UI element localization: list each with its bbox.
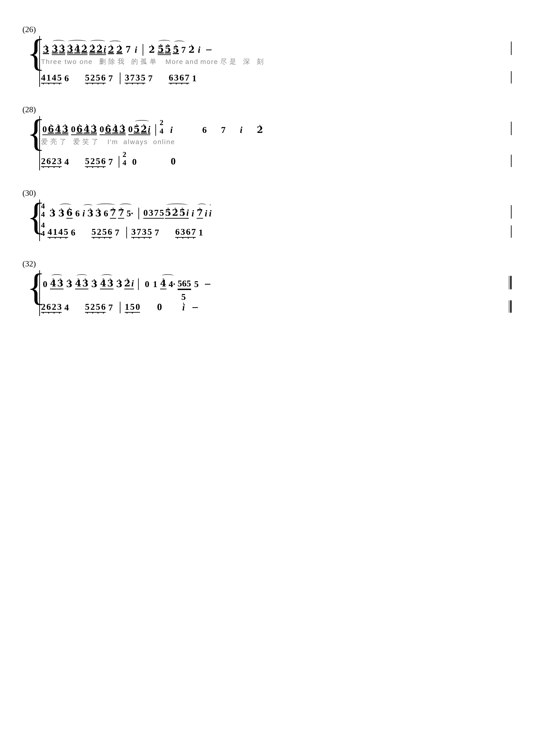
stacked-5i: 5 i — [181, 292, 186, 313]
b30-ug4: 6 3 6 7 — [175, 227, 196, 238]
arc-36: 3̇ 6̇ — [58, 207, 73, 219]
section-label-30: (30) — [22, 188, 512, 198]
arc-55: 5̇ 5̇ — [158, 43, 171, 55]
top-staff-30: 4 4 3̇ 3̇ 6̇ 6 i 3̇ 3̇ — [39, 200, 512, 220]
ts-24-bot: 2 4 — [122, 150, 126, 167]
arc-43c: 4̇ 3̇ — [100, 278, 114, 289]
t30-ug5: 0 3 7 5 — [143, 207, 164, 219]
arc-221: 2̇ 2̇ i — [89, 43, 106, 55]
right-barline-bot-26 — [511, 71, 512, 84]
b30-ug2: 5 2 5 6 — [91, 227, 112, 238]
lyrics-28: 爱 亮 了 爱 笑 了 I'm always online — [39, 136, 512, 147]
b30-ug3: 3 7 3 5 — [131, 227, 152, 238]
t28-ug4: 0 5̇ 2̇ i — [128, 124, 150, 135]
section-28: (28) { 0 6̇ 4̇ 3̇ 0 6̇ 4̇ 3̇ 0 6̇ 4̇ 3̇ — [22, 105, 512, 170]
t28-ug2: 0 6̇ 4̇ 3̇ — [71, 124, 97, 135]
b32-ug2: 5 2 5 6 — [85, 302, 106, 313]
arc-525i: 5̇ 2̇ 5̇ i — [165, 207, 189, 219]
bot-staff-30: 4 4 4 1 4 5 6 5 2 5 6 7 | 3 7 3 — [39, 220, 512, 241]
arc-22b: 2̇ 2̇ — [108, 44, 123, 55]
top-staff-28: 0 6̇ 4̇ 3̇ 0 6̇ 4̇ 3̇ 0 6̇ 4̇ 3̇ — [39, 116, 512, 136]
arc-43b: 4̇ 3̇ — [75, 278, 89, 289]
arc-4dot: 4̇ 4· — [160, 278, 175, 289]
b32-ug3: 1 5 0 — [125, 302, 140, 313]
t28-arc1: 0 5̇ 2̇ i — [128, 124, 150, 135]
bot-staff-32: 2 6 2 3 4 5 2 5 6 7 | 1 5 0 0 — [39, 290, 512, 316]
barline-bot-30: | — [125, 225, 128, 238]
barline-30: | — [138, 206, 140, 219]
bot-ug2: 5 2 5 6 — [85, 72, 106, 84]
rest-32: – — [205, 277, 210, 289]
barline-28: | — [154, 122, 157, 135]
arc-77: 7̇ 5· — [118, 207, 133, 219]
section-26: (26) { 3̇ 3̇ 3̇ 3̇ 4̇ 2̇ — [22, 25, 512, 87]
arc-57: 5̇ 7 — [173, 44, 186, 55]
b32-ug1: 2 6 2 3 — [41, 302, 62, 313]
t32-ug1: 2̇ i — [124, 278, 134, 289]
barline-32: | — [137, 277, 140, 289]
arc-367: 3̇ 6 7̇ — [95, 207, 116, 219]
section-30: (30) { 4 4 3̇ 3̇ 6̇ 6 i 3̇ — [22, 188, 512, 241]
t32-565: 5 6 5 — [178, 278, 191, 289]
b28-ug2: 5 2 5 6 — [85, 156, 106, 167]
right-barline-bot-28 — [511, 155, 512, 167]
rest-bot-32: – — [192, 300, 198, 313]
right-barline-bot-30 — [511, 225, 512, 238]
arc-33: 3̇ 3̇ — [52, 43, 65, 55]
top-staff-26: 3̇ 3̇ 3̇ 3̇ 4̇ 2̇ — [39, 36, 512, 56]
barline-1-26: | — [142, 42, 144, 55]
arc-i3: i 3̇ — [83, 208, 93, 219]
final-dbl-bar-32 — [509, 276, 512, 289]
section-32: (32) { 0 4̇ 3̇ 3̇ 4̇ 3̇ — [22, 259, 512, 316]
arc-final-i: i — [209, 208, 212, 219]
arc-43a: 4̇ 3̇ — [50, 278, 64, 289]
ug3: 2̇ 2̇ i — [89, 43, 106, 55]
time-sig-24: 2 4 — [160, 118, 164, 135]
ug2: 3̇ 4̇ 2̇ — [67, 43, 88, 55]
b30-ug1: 4 1 4 5 — [48, 227, 68, 238]
bot-ug1: 4 1 4 5 — [41, 72, 62, 84]
final-dbl-bar-bot-32 — [509, 300, 512, 313]
section-label-28: (28) — [22, 105, 512, 114]
ug1: 3̇ 3̇ — [52, 43, 65, 55]
right-barline-26 — [511, 41, 512, 55]
arc-7i: 7̇ i — [197, 207, 207, 219]
lyrics-26: Three two one 删 除 我 的 孤 单 More and more … — [39, 56, 512, 67]
note-3dot: 3̇ — [43, 44, 49, 55]
top-staff-32: 0 4̇ 3̇ 3̇ 4̇ 3̇ 3̇ — [39, 270, 512, 290]
t28-ug1: 0 6̇ 4̇ 3̇ — [42, 124, 68, 135]
barline-bot-26: | — [119, 71, 121, 84]
barline-bot-28: | — [118, 154, 120, 167]
right-barline-30 — [511, 205, 512, 219]
ts-44-bot: 4 4 — [41, 221, 45, 238]
barline-bot-32: | — [119, 300, 121, 313]
section-label-32: (32) — [22, 259, 512, 268]
ug4: 5̇ 5̇ — [158, 43, 171, 55]
bot-staff-26: 4 1 4 5 6 5 2 5 6 7 | 3 7 3 5 7 — [39, 69, 512, 87]
b28-ug1: 2 6 2 3 — [41, 156, 62, 167]
bot-ug3: 3 7 3 5 — [125, 72, 145, 84]
t28-ug3: 0 6̇ 4̇ 3̇ — [100, 124, 126, 135]
section-label-26: (26) — [22, 25, 512, 34]
rest-26: – — [206, 43, 212, 55]
arc-342: 3̇ 4̇ 2̇ — [67, 43, 88, 55]
ts-44-top: 4 4 — [41, 202, 45, 219]
bot-staff-28: 2 6 2 3 4 5 2 5 6 7 | 2 4 0 0 — [39, 149, 512, 170]
right-barline-28 — [511, 122, 512, 135]
bot-ug4: 6 3 6 7 — [169, 72, 189, 84]
